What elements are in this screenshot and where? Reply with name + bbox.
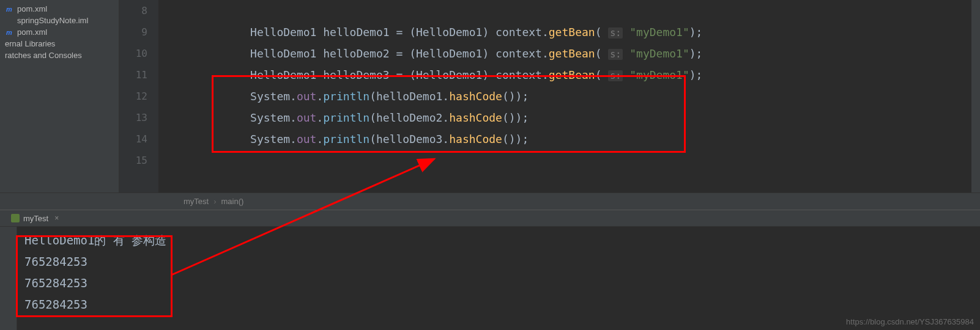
tree-item-iml[interactable]: springStudyNote.iml (0, 15, 119, 26)
run-config-icon (11, 214, 20, 222)
vertical-scrollbar[interactable] (971, 0, 980, 193)
breadcrumb-class[interactable]: myTest (184, 197, 209, 206)
line-number: 14 (119, 128, 147, 150)
tree-item-label: ernal Libraries (5, 39, 55, 48)
tree-item-scratches[interactable]: ratches and Consoles (0, 50, 119, 61)
console-tab-mytest[interactable]: myTest × (6, 214, 64, 223)
line-number: 13 (119, 107, 147, 128)
line-number: 15 (119, 150, 147, 171)
console-output[interactable]: HelloDemo1的 有 参构造 765284253 765284253 76… (0, 227, 980, 330)
file-icon (5, 16, 13, 25)
tree-item-pom[interactable]: m pom.xml (0, 3, 119, 15)
breadcrumb: myTest › main() (0, 193, 980, 210)
maven-icon: m (5, 28, 13, 37)
code-line: HelloDemo1 helloDemo1 = (HelloDemo1) con… (171, 21, 980, 43)
console-line: 765284253 (24, 294, 974, 315)
console-panel: myTest × HelloDemo1的 有 参构造 765284253 765… (0, 210, 980, 330)
code-line: HelloDemo1 helloDemo2 = (HelloDemo1) con… (171, 43, 980, 64)
tree-item-label: ratches and Consoles (5, 51, 82, 60)
tree-item-label: springStudyNote.iml (17, 16, 88, 25)
console-tabs: myTest × (0, 210, 980, 227)
line-number: 11 (119, 64, 147, 86)
console-line: HelloDemo1的 有 参构造 (24, 230, 974, 251)
close-icon[interactable]: × (54, 214, 59, 222)
console-line: 765284253 (24, 273, 974, 294)
breadcrumb-method[interactable]: main() (221, 197, 244, 206)
project-tree: m pom.xml springStudyNote.iml m pom.xml … (0, 0, 119, 193)
code-editor[interactable]: 8 9 10 11 12 13 14 15 HelloDemo1 helloDe… (119, 0, 980, 193)
code-content[interactable]: HelloDemo1 helloDemo1 = (HelloDemo1) con… (158, 0, 980, 193)
tree-item-label: pom.xml (17, 28, 47, 37)
tree-item-label: pom.xml (17, 4, 47, 13)
maven-icon: m (5, 5, 13, 13)
code-line (171, 150, 980, 171)
line-gutter: 8 9 10 11 12 13 14 15 (119, 0, 158, 193)
tree-item-pom2[interactable]: m pom.xml (0, 26, 119, 38)
code-line: System.out.println(helloDemo3.hashCode()… (171, 128, 980, 150)
code-line (171, 0, 980, 21)
watermark: https://blog.csdn.net/YSJ367635984 (846, 317, 974, 326)
line-number: 8 (119, 0, 147, 21)
code-line: System.out.println(helloDemo2.hashCode()… (171, 107, 980, 128)
console-line: 765284253 (24, 251, 974, 273)
tree-item-libraries[interactable]: ernal Libraries (0, 38, 119, 50)
chevron-right-icon: › (213, 197, 216, 206)
console-tab-label: myTest (23, 214, 48, 223)
code-line: HelloDemo1 helloDemo3 = (HelloDemo1) con… (171, 64, 980, 86)
console-toolbar (0, 227, 17, 330)
line-number: 12 (119, 86, 147, 107)
code-line: System.out.println(helloDemo1.hashCode()… (171, 86, 980, 107)
line-number: 9 (119, 21, 147, 43)
line-number: 10 (119, 43, 147, 64)
